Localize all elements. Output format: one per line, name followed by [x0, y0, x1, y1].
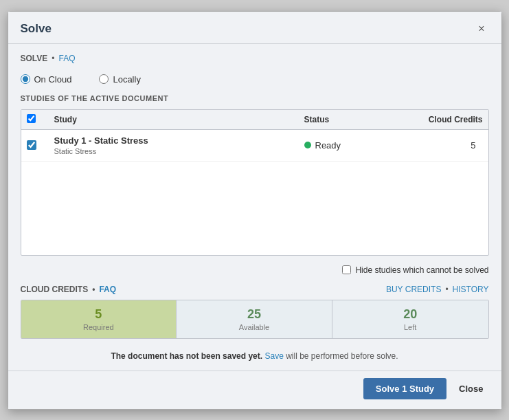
- credits-left-label: Left: [342, 323, 479, 331]
- radio-on-cloud-input[interactable]: [21, 74, 30, 84]
- hide-studies-label: Hide studies which cannot be solved: [355, 265, 488, 275]
- dialog-footer: Solve 1 Study Close: [8, 371, 501, 409]
- save-link-part: Save: [264, 351, 283, 361]
- credits-available-number: 25: [186, 307, 322, 322]
- credits-available-box: 25 Available: [177, 300, 332, 338]
- status-cell: Ready: [304, 140, 400, 151]
- header-study: Study: [54, 115, 304, 124]
- solve-study-button[interactable]: Solve 1 Study: [363, 378, 446, 399]
- hide-studies-checkbox[interactable]: [342, 265, 351, 274]
- studies-table: Study Status Cloud Credits Study 1 - Sta…: [21, 109, 489, 256]
- credits-required-number: 5: [31, 307, 167, 322]
- dialog-title: Solve: [21, 22, 52, 36]
- credits-dot: •: [92, 285, 95, 294]
- studies-table-header: Study Status Cloud Credits: [21, 110, 488, 130]
- status-dot-green: [304, 142, 311, 148]
- credits-left-number: 20: [342, 307, 479, 322]
- close-footer-button[interactable]: Close: [453, 378, 488, 399]
- save-notice: The document has not been saved yet. Sav…: [21, 351, 489, 361]
- credits-cell: 5: [400, 140, 483, 151]
- cloud-credits-right: BUY CREDITS • HISTORY: [386, 285, 489, 294]
- close-icon[interactable]: ×: [474, 21, 488, 36]
- study-type: Static Stress: [54, 147, 304, 155]
- credits-required-box: 5 Required: [21, 300, 177, 338]
- credits-faq-link[interactable]: FAQ: [99, 285, 116, 294]
- cloud-credits-section: CLOUD CREDITS • FAQ BUY CREDITS • HISTOR…: [21, 285, 489, 339]
- dialog-header: Solve ×: [8, 12, 501, 44]
- status-text: Ready: [315, 140, 341, 151]
- cloud-credits-left: CLOUD CREDITS • FAQ: [21, 285, 117, 294]
- solve-label: SOLVE: [21, 54, 48, 63]
- radio-locally-label: Locally: [113, 74, 140, 85]
- row-checkbox[interactable]: [27, 140, 36, 150]
- credits-boxes: 5 Required 25 Available 20 Left: [21, 300, 489, 339]
- save-notice-bold: The document has not been saved yet.: [111, 351, 262, 361]
- studies-section-label: STUDIES OF THE ACTIVE DOCUMENT: [21, 94, 489, 102]
- solve-faq-link[interactable]: FAQ: [59, 54, 76, 63]
- header-cloud-credits: Cloud Credits: [400, 115, 483, 124]
- radio-group: On Cloud Locally: [21, 74, 489, 85]
- buy-credits-link[interactable]: BUY CREDITS: [386, 285, 441, 294]
- header-checkbox-cell: [27, 114, 54, 125]
- radio-locally[interactable]: Locally: [99, 74, 140, 85]
- credits-left-box: 20 Left: [332, 300, 488, 338]
- cloud-credits-label: CLOUD CREDITS: [21, 285, 89, 294]
- radio-locally-input[interactable]: [99, 74, 109, 84]
- save-notice-rest: Save will be performed before solve.: [262, 351, 398, 361]
- header-status: Status: [304, 115, 400, 124]
- radio-on-cloud[interactable]: On Cloud: [21, 74, 72, 85]
- table-row: Study 1 - Static Stress Static Stress Re…: [21, 130, 488, 162]
- credits-required-label: Required: [31, 323, 167, 331]
- history-link[interactable]: HISTORY: [453, 285, 489, 294]
- solve-dialog: Solve × SOLVE • FAQ On Cloud Locally STU…: [8, 11, 502, 410]
- radio-on-cloud-label: On Cloud: [34, 74, 72, 85]
- dialog-body: SOLVE • FAQ On Cloud Locally STUDIES OF …: [8, 44, 501, 371]
- solve-section: SOLVE • FAQ: [21, 54, 489, 63]
- cloud-credits-header: CLOUD CREDITS • FAQ BUY CREDITS • HISTOR…: [21, 285, 489, 294]
- hide-studies-row: Hide studies which cannot be solved: [21, 265, 489, 275]
- credits-right-dot: •: [445, 285, 448, 294]
- study-info: Study 1 - Static Stress Static Stress: [54, 135, 304, 155]
- row-checkbox-cell: [27, 140, 54, 150]
- header-checkbox[interactable]: [27, 114, 36, 123]
- study-name: Study 1 - Static Stress: [54, 135, 304, 146]
- credits-available-label: Available: [186, 323, 322, 331]
- solve-dot: •: [52, 54, 54, 63]
